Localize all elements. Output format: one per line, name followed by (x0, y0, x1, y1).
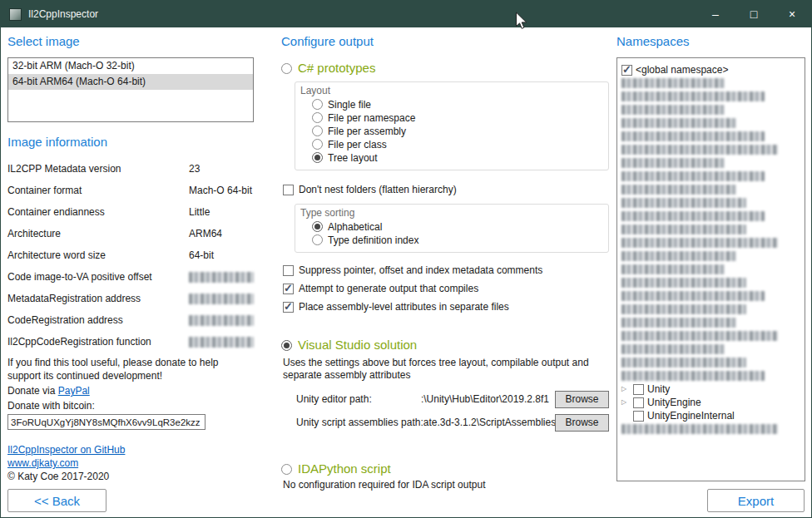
namespace-item[interactable] (619, 90, 803, 103)
image-info-table: IL2CPP Metadata version 23 Container for… (7, 158, 254, 353)
back-button[interactable]: << Back (7, 489, 106, 512)
vs-description: Uses the settings above but forces tree … (283, 357, 602, 382)
radio-option[interactable]: Type definition index (312, 234, 602, 246)
paypal-link[interactable]: PayPal (58, 385, 90, 397)
redacted-namespace (621, 211, 765, 221)
namespace-item[interactable] (619, 223, 803, 236)
namespace-item[interactable] (619, 422, 803, 436)
redacted-namespace (621, 424, 778, 434)
image-list-item[interactable]: 32-bit ARM (Mach-O 32-bit) (8, 58, 253, 74)
namespace-item[interactable]: UnityEngine (619, 396, 803, 409)
namespace-item[interactable] (619, 316, 803, 329)
info-label: Architecture word size (7, 249, 189, 261)
minimize-button[interactable]: – (696, 1, 735, 27)
donate-message: If you find this tool useful, please don… (7, 356, 250, 382)
namespace-checkbox[interactable] (633, 384, 644, 395)
namespace-item[interactable] (619, 329, 803, 343)
radio-option[interactable]: Alphabetical (312, 220, 602, 233)
path-row: Unity editor path: :\Unity\Hub\Editor\20… (296, 390, 609, 408)
namespace-item[interactable] (619, 356, 803, 369)
namespace-item[interactable] (619, 236, 803, 249)
namespace-item[interactable] (619, 156, 803, 170)
namespace-item[interactable] (619, 130, 803, 143)
radio-option[interactable]: File per assembly (312, 125, 602, 137)
redacted-namespace (621, 91, 765, 101)
redacted-namespace (621, 278, 746, 288)
close-button[interactable]: × (773, 1, 811, 27)
namespace-item[interactable] (619, 103, 803, 116)
info-value: Mach-O 64-bit (189, 185, 254, 196)
layout-groupbox: Layout Single file File per namespace (295, 81, 609, 170)
github-link[interactable]: Il2CppInspector on GitHub (7, 443, 254, 456)
namespace-item[interactable] (619, 276, 803, 289)
info-row: Il2CppCodeRegistration function (7, 331, 254, 353)
info-row: Container format Mach-O 64-bit (7, 180, 254, 201)
radio-icon (281, 340, 292, 351)
titlebar[interactable]: Il2CppInspector – □ × (1, 1, 811, 27)
checkbox-icon (283, 302, 294, 313)
checkbox-option[interactable]: Suppress pointer, offset and index metad… (283, 263, 609, 278)
image-list-item[interactable]: 64-bit ARM64 (Mach-O 64-bit) (8, 74, 253, 90)
namespace-item[interactable] (619, 183, 803, 196)
info-label: MetadataRegistration address (7, 293, 189, 304)
browse-button[interactable]: Browse (555, 414, 609, 432)
radio-label: Alphabetical (328, 221, 382, 233)
namespace-item[interactable] (619, 343, 803, 356)
maximize-button[interactable]: □ (735, 1, 773, 27)
namespace-item[interactable] (619, 289, 803, 303)
bitcoin-address-field[interactable] (7, 414, 205, 430)
expander-icon[interactable] (621, 398, 630, 407)
radio-label: Tree layout (328, 152, 378, 164)
namespace-item[interactable] (619, 116, 803, 130)
expander-icon[interactable] (621, 385, 630, 393)
redacted-value (189, 337, 254, 348)
namespace-item[interactable] (619, 143, 803, 156)
namespace-item[interactable] (619, 369, 803, 382)
idapython-radio[interactable]: IDAPython script (281, 461, 609, 476)
browse-button[interactable]: Browse (555, 391, 609, 408)
mode-label: C# prototypes (298, 61, 375, 75)
namespace-item[interactable] (619, 249, 803, 263)
namespace-item[interactable]: Unity (619, 382, 803, 396)
namespace-item[interactable] (619, 210, 803, 223)
redacted-namespace (621, 291, 765, 301)
redacted-value (189, 315, 254, 326)
namespace-checkbox[interactable] (633, 411, 644, 422)
csharp-prototypes-radio[interactable]: C# prototypes (281, 61, 609, 75)
checkbox-option[interactable]: Attempt to generate output that compiles (283, 281, 609, 296)
visual-studio-radio[interactable]: Visual Studio solution (281, 338, 609, 352)
namespace-item[interactable] (619, 303, 803, 316)
checkbox-option[interactable]: Place assembly-level attributes in separ… (283, 299, 609, 314)
select-image-title: Select image (7, 34, 254, 49)
checkbox-icon (283, 265, 294, 276)
namespace-item[interactable]: <global namespace> (619, 63, 803, 76)
export-button[interactable]: Export (707, 489, 805, 512)
info-row: IL2CPP Metadata version 23 (7, 158, 254, 180)
radio-option[interactable]: Tree layout (312, 151, 602, 164)
radio-icon (312, 139, 323, 150)
radio-option[interactable]: Single file (312, 98, 602, 111)
paypal-prefix: Donate via (7, 385, 58, 397)
radio-option[interactable]: File per namespace (312, 111, 602, 124)
website-link[interactable]: www.djkaty.com (7, 456, 254, 470)
redacted-namespace (621, 171, 765, 181)
namespace-item[interactable] (619, 76, 803, 90)
redacted-namespace (621, 131, 765, 141)
redacted-namespace (621, 344, 725, 354)
namespace-item[interactable] (619, 170, 803, 183)
radio-icon (312, 112, 323, 123)
namespace-item[interactable] (619, 196, 803, 210)
type-sorting-groupbox: Type sorting Alphabetical Type definitio… (295, 204, 609, 253)
info-label: Container format (7, 185, 189, 196)
flatten-checkbox[interactable]: Don't nest folders (flatten hierarchy) (283, 182, 609, 197)
namespace-item[interactable]: UnityEngineInternal (619, 409, 803, 422)
info-label: Code image-to-VA positive offset (7, 271, 189, 283)
redacted-namespace (621, 185, 736, 195)
namespace-checkbox[interactable] (621, 65, 632, 76)
namespace-item[interactable] (619, 263, 803, 276)
info-row: Architecture word size 64-bit (7, 244, 254, 266)
namespace-checkbox[interactable] (633, 397, 644, 408)
info-label: Architecture (7, 228, 189, 239)
radio-option[interactable]: File per class (312, 138, 602, 150)
links-block: Il2CppInspector on GitHub www.djkaty.com… (7, 443, 254, 483)
